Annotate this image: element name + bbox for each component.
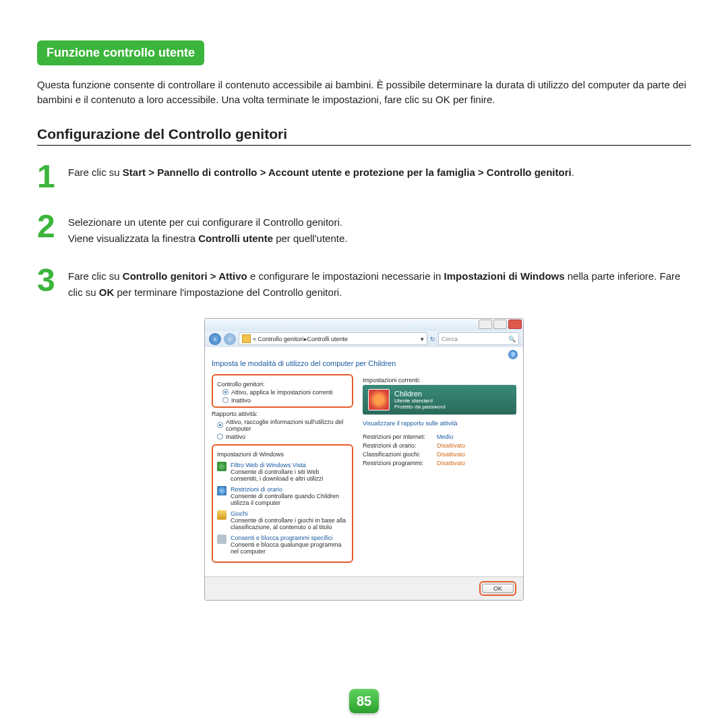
step-text: per quell'utente. xyxy=(273,233,347,244)
stat-row: Restrizioni di orario:Disattivato xyxy=(363,442,516,449)
stat-label: Classificazioni giochi: xyxy=(363,451,437,458)
ok-button-highlight: OK xyxy=(479,581,516,596)
step-body: Fare clic su Start > Pannello di control… xyxy=(68,160,574,181)
window-footer: OK xyxy=(205,576,523,600)
stat-row: Restrizioni per Internet:Medio xyxy=(363,433,516,440)
subheading-divider xyxy=(37,145,691,146)
step-bold: Controlli utente xyxy=(198,233,273,244)
stat-value[interactable]: Medio xyxy=(437,433,454,440)
step-text: Fare clic su xyxy=(68,270,123,282)
step-number: 3 xyxy=(37,264,60,297)
step-path: Start > Pannello di controllo > Account … xyxy=(123,166,572,178)
stat-value[interactable]: Disattivato xyxy=(437,460,465,466)
window-body: ? Imposta le modalità di utilizzo del co… xyxy=(205,347,523,576)
setting-title: Restrizioni di orario xyxy=(231,486,348,493)
search-placeholder: Cerca xyxy=(442,336,458,342)
step-bold: Impostazioni di Windows xyxy=(444,270,565,282)
refresh-icon[interactable]: ↻ xyxy=(430,336,435,342)
close-button[interactable] xyxy=(508,320,522,329)
setting-desc: Consente di controllare quando Children … xyxy=(231,493,348,506)
stat-label: Restrizioni per Internet: xyxy=(363,433,437,440)
step-text: Selezionare un utente per cui configurar… xyxy=(68,214,347,231)
setting-desc: Consenti e blocca qualunque programma ne… xyxy=(231,541,348,555)
user-type: Utente standard xyxy=(394,398,446,404)
stat-value[interactable]: Disattivato xyxy=(437,442,465,449)
intro-paragraph: Questa funzione consente di controllare … xyxy=(37,78,691,107)
radio-pc-off[interactable]: Inattivo xyxy=(222,397,348,404)
radio-icon xyxy=(222,389,229,395)
setting-desc: Consente di controllare i siti Web conse… xyxy=(231,468,348,482)
setting-title: Consenti e blocca programmi specifici xyxy=(231,535,348,541)
step-text: per terminare l'impostazione del Control… xyxy=(114,286,342,298)
window-titlebar xyxy=(205,319,523,331)
step-text: e configurare le impostazioni necessarie… xyxy=(247,270,444,282)
trophy-icon xyxy=(217,510,226,520)
back-button[interactable]: ‹ xyxy=(209,333,221,345)
breadcrumb[interactable]: « Controllo genitori ▸ Controlli utente … xyxy=(239,332,427,345)
lock-icon xyxy=(217,535,226,544)
help-icon[interactable]: ? xyxy=(508,350,518,359)
step-text: Viene visualizzata la finestra xyxy=(68,233,198,244)
radio-icon xyxy=(217,433,223,439)
vista-window: ‹ › « Controllo genitori ▸ Controlli ute… xyxy=(204,318,524,601)
step-1: 1 Fare clic su Start > Pannello di contr… xyxy=(37,160,691,193)
setting-programs[interactable]: Consenti e blocca programmi specificiCon… xyxy=(217,535,348,555)
breadcrumb-text: Controlli utente xyxy=(307,336,348,342)
setting-title: Giochi xyxy=(231,510,348,517)
clock-icon xyxy=(217,486,226,495)
avatar xyxy=(368,389,390,411)
step-bold: Controllo genitori > Attivo xyxy=(123,270,247,282)
radio-act-off[interactable]: Inattivo xyxy=(217,433,353,440)
search-icon: 🔍 xyxy=(508,336,516,342)
radio-icon xyxy=(217,422,223,428)
step-number: 2 xyxy=(37,210,60,243)
forward-button[interactable]: › xyxy=(224,333,236,345)
view-activity-report-link[interactable]: Visualizzare il rapporto sulle attività xyxy=(363,420,516,427)
window-controls xyxy=(479,320,522,329)
right-column: Impostazioni correnti: Children Utente s… xyxy=(363,374,516,566)
step-bold: OK xyxy=(99,286,115,298)
setting-time-limits[interactable]: Restrizioni di orarioConsente di control… xyxy=(217,486,348,506)
step-body: Fare clic su Controllo genitori > Attivo… xyxy=(68,264,691,301)
address-bar-row: ‹ › « Controllo genitori ▸ Controlli ute… xyxy=(205,331,523,347)
parental-control-group-highlight: Controllo genitori: Attivo, applica le i… xyxy=(212,374,353,408)
radio-label: Inattivo xyxy=(231,397,251,404)
minimize-button[interactable] xyxy=(479,320,492,329)
radio-label: Attivo, raccoglie informazioni sull'util… xyxy=(226,419,353,432)
radio-pc-on[interactable]: Attivo, applica le impostazioni correnti xyxy=(222,389,348,396)
step-2: 2 Selezionare un utente per cui configur… xyxy=(37,210,691,247)
section-title-badge: Funzione controllo utente xyxy=(37,40,204,65)
globe-icon xyxy=(217,462,226,471)
step-3: 3 Fare clic su Controllo genitori > Atti… xyxy=(37,264,691,301)
radio-label: Attivo, applica le impostazioni correnti xyxy=(231,389,333,396)
breadcrumb-text: « Controllo genitori xyxy=(253,336,304,342)
group-label: Impostazioni di Windows xyxy=(217,451,348,458)
shield-icon xyxy=(242,334,251,343)
setting-web-filter[interactable]: Filtro Web di Windows VistaConsente di c… xyxy=(217,462,348,482)
ok-button[interactable]: OK xyxy=(482,584,514,593)
setting-desc: Consente di controllare i giochi in base… xyxy=(231,517,348,530)
page-number-badge: 85 xyxy=(349,689,379,713)
step-body: Selezionare un utente per cui configurar… xyxy=(68,210,347,247)
step-number: 1 xyxy=(37,160,60,193)
user-pw-status: Protetto da password xyxy=(394,404,446,410)
radio-act-on[interactable]: Attivo, raccoglie informazioni sull'util… xyxy=(217,419,353,432)
search-input[interactable]: Cerca🔍 xyxy=(438,332,519,345)
stat-value[interactable]: Disattivato xyxy=(437,451,465,458)
maximize-button[interactable] xyxy=(493,320,507,329)
stat-row: Restrizioni programmi:Disattivato xyxy=(363,460,516,466)
stat-label: Restrizioni programmi: xyxy=(363,460,437,466)
windows-settings-highlight: Impostazioni di Windows Filtro Web di Wi… xyxy=(212,444,353,563)
stat-row: Classificazioni giochi:Disattivato xyxy=(363,451,516,458)
radio-label: Inattivo xyxy=(226,433,245,440)
setting-title: Filtro Web di Windows Vista xyxy=(231,462,348,468)
setting-games[interactable]: GiochiConsente di controllare i giochi i… xyxy=(217,510,348,530)
window-heading: Imposta le modalità di utilizzo del comp… xyxy=(212,359,516,367)
subheading: Configurazione del Controllo genitori xyxy=(37,126,691,142)
group-label: Rapporto attività: xyxy=(212,411,353,417)
radio-icon xyxy=(222,397,229,403)
user-name: Children xyxy=(394,390,446,398)
step-text: . xyxy=(572,166,574,178)
stat-label: Restrizioni di orario: xyxy=(363,442,437,449)
step-text: Fare clic su xyxy=(68,166,123,178)
